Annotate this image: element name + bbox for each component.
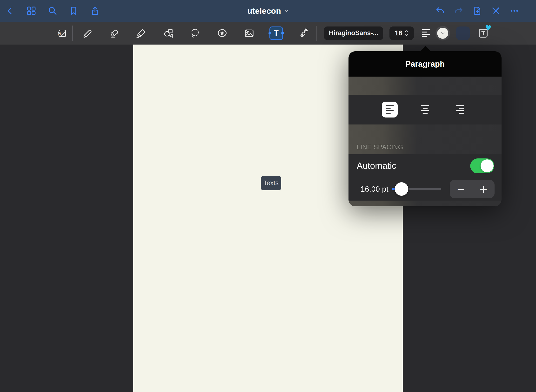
decrease-spacing-button[interactable]: − — [450, 180, 472, 198]
bookmark-icon — [69, 6, 79, 16]
canvas-area[interactable]: Texts Paragraph — [0, 45, 536, 392]
align-left-icon — [386, 105, 394, 114]
paragraph-options-button[interactable] — [419, 26, 433, 40]
paragraph-popover: Paragraph LINE SPACING — [348, 51, 502, 206]
font-family-label: HiraginoSans-... — [329, 29, 378, 37]
slider-knob[interactable] — [395, 182, 408, 196]
document-title-button[interactable]: utelecon — [247, 0, 289, 22]
automatic-row: Automatic — [348, 154, 502, 177]
automatic-label: Automatic — [357, 161, 396, 171]
text-tool-active-indicator: T — [269, 26, 283, 40]
add-page-icon — [472, 6, 482, 16]
popover-arrow — [420, 46, 431, 52]
back-icon — [6, 6, 15, 15]
paragraph-align-icon — [422, 29, 430, 37]
goodnotes-screen: utelecon a — [0, 0, 536, 392]
heart-icon: ♥ — [484, 23, 492, 32]
line-spacing-label: LINE SPACING — [357, 144, 403, 151]
toggle-knob — [481, 159, 494, 172]
navbar-left-group — [0, 4, 102, 18]
undo-button[interactable] — [433, 4, 447, 18]
pen-toggle-button[interactable] — [489, 4, 502, 18]
selection-handle-right — [281, 32, 284, 34]
favorite-text-style-button[interactable]: ♥ — [476, 26, 490, 40]
stickers-icon — [217, 28, 228, 39]
spacing-value-label: 16.00 pt — [361, 185, 389, 194]
search-button[interactable] — [46, 4, 59, 18]
popover-title: Paragraph — [348, 51, 502, 77]
navbar-right-group — [433, 4, 536, 18]
shapes-icon — [163, 28, 174, 39]
toolbar-divider — [72, 26, 73, 41]
highlighter-tool-button[interactable] — [134, 26, 148, 40]
popover-footer — [348, 201, 502, 206]
highlighter-icon — [136, 28, 147, 39]
stickers-tool-button[interactable] — [215, 26, 229, 40]
popover-section-spacer — [348, 77, 502, 95]
font-family-button[interactable]: HiraginoSans-... — [324, 26, 383, 40]
toolbar-divider — [316, 26, 317, 41]
more-button[interactable] — [508, 4, 521, 18]
text-object[interactable]: Texts — [261, 176, 281, 190]
align-right-button[interactable] — [456, 105, 464, 114]
back-button[interactable] — [3, 4, 17, 18]
spacing-value-row: 16.00 pt − + — [348, 177, 502, 201]
redo-icon — [454, 6, 464, 16]
laser-pointer-icon — [298, 28, 309, 39]
share-icon — [90, 6, 100, 16]
align-center-button[interactable] — [421, 105, 429, 114]
lasso-icon — [190, 28, 201, 39]
alignment-segmented-control — [348, 95, 502, 124]
chevron-up-down-icon — [404, 30, 409, 37]
input-mode-button[interactable]: a — [55, 26, 68, 40]
line-spacing-controls: Automatic 16.00 pt − + — [348, 154, 502, 201]
text-tool-button[interactable]: T — [269, 26, 283, 40]
font-size-stepper[interactable]: 16 — [389, 26, 414, 40]
laser-pointer-tool-button[interactable] — [296, 26, 310, 40]
eraser-tool-button[interactable] — [107, 26, 121, 40]
input-mode-icon: a — [56, 28, 67, 39]
font-size-value: 16 — [395, 29, 402, 37]
redo-button[interactable] — [452, 4, 465, 18]
add-page-button[interactable] — [470, 4, 484, 18]
current-text-color — [437, 28, 448, 39]
align-center-icon — [421, 105, 429, 114]
tools-toolbar: a T — [0, 22, 536, 45]
spacing-stepper: − + — [450, 180, 495, 198]
increase-spacing-button[interactable]: + — [472, 180, 495, 198]
pages-overview-button[interactable] — [25, 4, 38, 18]
automatic-toggle[interactable] — [470, 158, 494, 173]
popover-body: Paragraph LINE SPACING — [348, 51, 502, 206]
lasso-tool-button[interactable] — [188, 26, 202, 40]
search-icon — [47, 6, 58, 16]
eraser-icon — [109, 28, 120, 39]
text-controls-group: HiraginoSans-... 16 ♥ — [324, 22, 490, 45]
tool-group: a T — [55, 22, 317, 45]
align-right-icon — [456, 105, 464, 114]
image-icon — [244, 28, 255, 39]
undo-icon — [435, 6, 445, 16]
chevron-down-icon — [441, 32, 445, 34]
more-icon — [509, 6, 519, 16]
pages-overview-icon — [26, 6, 36, 16]
top-navbar: utelecon — [0, 0, 536, 22]
selection-handle-left — [268, 32, 271, 34]
share-button[interactable] — [88, 4, 102, 18]
pen-tool-button[interactable] — [80, 26, 94, 40]
document-title: utelecon — [247, 6, 281, 16]
bookmark-button[interactable] — [67, 4, 80, 18]
svg-text:a: a — [58, 30, 61, 37]
shapes-tool-button[interactable] — [161, 26, 175, 40]
image-tool-button[interactable] — [242, 26, 256, 40]
chevron-down-icon — [284, 9, 289, 13]
align-left-button-selected[interactable] — [382, 102, 398, 118]
text-background-swatch[interactable] — [456, 26, 470, 40]
pen-toggle-icon — [491, 6, 501, 16]
line-spacing-section-header: LINE SPACING — [348, 124, 502, 154]
text-color-swatch[interactable] — [436, 26, 450, 40]
pen-icon — [82, 28, 93, 39]
